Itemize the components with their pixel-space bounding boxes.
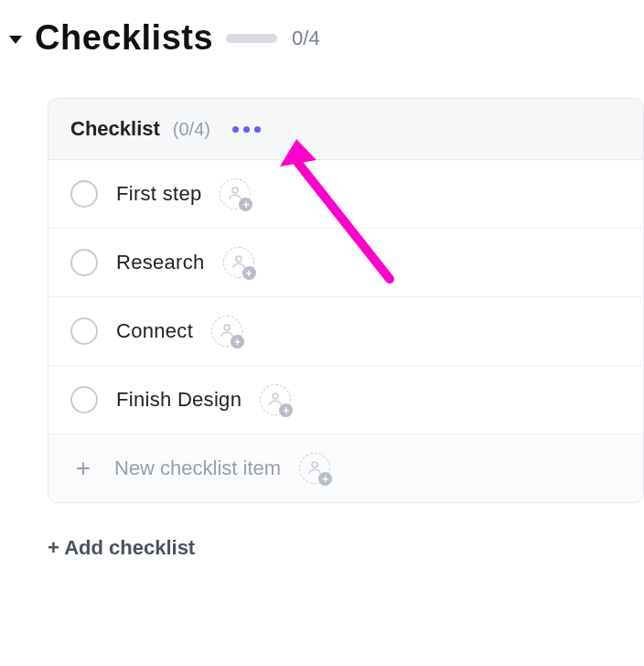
item-label[interactable]: First step (116, 182, 201, 206)
section-counter: 0/4 (292, 27, 320, 50)
assignee-add-icon[interactable]: + (299, 453, 330, 484)
new-item-placeholder[interactable]: New checklist item (114, 457, 281, 480)
assignee-add-icon[interactable]: + (223, 247, 254, 278)
checklist-card: Checklist (0/4) First step + Research + … (48, 98, 644, 503)
checklist-item[interactable]: Finish Design + (48, 366, 643, 435)
assignee-add-icon[interactable]: + (220, 178, 251, 209)
more-options-icon[interactable] (229, 123, 264, 136)
check-circle-icon[interactable] (70, 180, 98, 208)
checklist-item[interactable]: Research + (48, 229, 643, 297)
add-checklist-button[interactable]: + Add checklist (48, 536, 195, 560)
item-label[interactable]: Finish Design (116, 388, 242, 412)
assignee-add-icon[interactable]: + (211, 316, 242, 347)
svg-point-0 (232, 188, 238, 193)
item-label[interactable]: Research (116, 251, 205, 274)
section-title: Checklists (35, 18, 213, 58)
check-circle-icon[interactable] (70, 249, 98, 276)
plus-icon: + (70, 456, 96, 481)
check-circle-icon[interactable] (70, 386, 98, 414)
checklist-item[interactable]: First step + (48, 160, 643, 229)
svg-point-3 (273, 393, 278, 399)
assignee-add-icon[interactable]: + (260, 384, 291, 415)
checklist-header: Checklist (0/4) (48, 99, 643, 160)
item-label[interactable]: Connect (116, 319, 193, 343)
new-checklist-item-row[interactable]: + New checklist item + (48, 435, 643, 502)
svg-point-1 (236, 256, 242, 262)
svg-point-4 (312, 462, 317, 467)
checklist-count: (0/4) (173, 119, 210, 140)
svg-point-2 (224, 325, 230, 330)
checklist-item[interactable]: Connect + (48, 297, 643, 366)
collapse-caret-icon[interactable] (9, 36, 22, 44)
section-header: Checklists 0/4 (0, 18, 644, 58)
checklist-name[interactable]: Checklist (70, 117, 160, 141)
progress-bar (226, 34, 277, 43)
check-circle-icon[interactable] (70, 317, 98, 345)
